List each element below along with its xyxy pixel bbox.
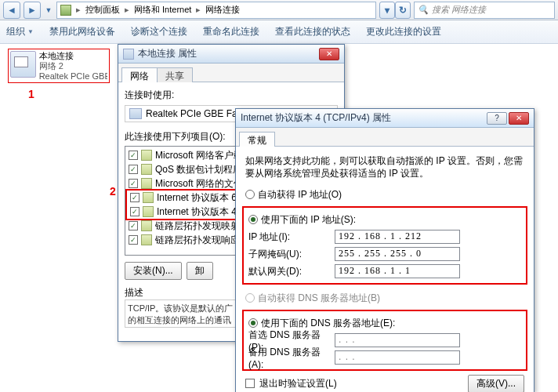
advanced-button[interactable]: 高级(V)... <box>468 375 524 393</box>
tab-sharing[interactable]: 共享 <box>157 67 193 82</box>
cmd-change[interactable]: 更改此连接的设置 <box>366 25 441 38</box>
subnet-mask-label: 子网掩码(U): <box>248 248 335 261</box>
subnet-mask-field[interactable]: 255 . 255 . 255 . 0 <box>335 247 460 261</box>
search-placeholder: 搜索 网络连接 <box>432 4 486 16</box>
manual-ip-label: 使用下面的 IP 地址(S): <box>261 213 356 227</box>
annotation-1: 1 <box>28 88 34 100</box>
crumb-net-connections[interactable]: 网络连接 <box>205 4 240 16</box>
cmd-diagnose[interactable]: 诊断这个连接 <box>131 25 187 38</box>
dialog2-title: Internet 协议版本 4 (TCP/IPv4) 属性 <box>241 111 391 125</box>
auto-ip-label: 自动获得 IP 地址(O) <box>258 188 342 201</box>
cmd-organize[interactable]: 组织▼ <box>6 25 34 38</box>
ip-address-label: IP 地址(I): <box>248 230 335 244</box>
checkbox-validate-on-exit[interactable] <box>245 379 255 388</box>
refresh-button[interactable]: ↻ <box>395 2 411 19</box>
tab-general[interactable]: 常规 <box>239 132 275 147</box>
auto-dns-label: 自动获得 DNS 服务器地址(B) <box>258 292 380 305</box>
adapter-network: 网络 2 <box>39 61 107 71</box>
gateway-field[interactable]: 192 . 168 . 1 . 1 <box>335 264 460 278</box>
uninstall-button[interactable]: 卸 <box>187 262 213 280</box>
refresh-dropdown[interactable]: ▾ <box>379 2 395 19</box>
nic-small-icon <box>129 108 142 119</box>
adapter-name: 本地连接 <box>39 51 107 61</box>
history-dropdown[interactable]: ▼ <box>44 2 53 19</box>
radio-manual-ip[interactable] <box>248 215 258 224</box>
annotation-2: 2 <box>110 185 116 198</box>
forward-button[interactable]: ► <box>24 2 41 19</box>
search-icon: 🔍 <box>418 5 429 15</box>
radio-auto-dns <box>245 293 255 303</box>
cmd-rename[interactable]: 重命名此连接 <box>203 25 259 38</box>
crumb-control-panel[interactable]: 控制面板 <box>85 4 120 16</box>
control-panel-icon <box>60 5 71 16</box>
dialog1-title: 本地连接 属性 <box>138 47 197 60</box>
close-button[interactable]: ✕ <box>509 112 529 125</box>
dns1-field[interactable]: . . . <box>335 333 460 347</box>
ipv4-description: 如果网络支持此功能，则可以获取自动指派的 IP 设置。否则，您需要从网络系统管理… <box>245 154 524 180</box>
tab-network[interactable]: 网络 <box>121 67 158 82</box>
radio-manual-dns[interactable] <box>248 318 258 328</box>
dns2-label: 备用 DNS 服务器(A): <box>248 346 335 370</box>
adapter-icon <box>10 51 36 78</box>
nic-icon <box>123 49 134 60</box>
cmd-disable[interactable]: 禁用此网络设备 <box>49 25 115 38</box>
search-input[interactable]: 🔍 搜索 网络连接 <box>414 2 555 19</box>
install-button[interactable]: 安装(N)... <box>125 262 182 280</box>
connect-using-label: 连接时使用: <box>125 89 338 102</box>
ip-address-field[interactable]: 192 . 168 . 1 . 212 <box>335 230 460 244</box>
back-button[interactable]: ◄ <box>3 2 20 19</box>
radio-auto-ip[interactable] <box>245 190 255 199</box>
adapter-device: Realtek PCIe GBE <box>39 71 107 81</box>
gateway-label: 默认网关(D): <box>248 265 335 278</box>
help-button[interactable]: ? <box>487 112 507 125</box>
address-bar[interactable]: ▸ 控制面板 ▸ 网络和 Internet ▸ 网络连接 <box>56 2 376 19</box>
cmd-status[interactable]: 查看此连接的状态 <box>275 25 350 38</box>
dialog-ipv4-properties: Internet 协议版本 4 (TCP/IPv4) 属性 ? ✕ 常规 如果网… <box>235 108 534 392</box>
adapter-item[interactable]: 本地连接 网络 2 Realtek PCIe GBE <box>8 49 110 83</box>
crumb-net-internet[interactable]: 网络和 Internet <box>134 4 191 16</box>
close-button[interactable]: ✕ <box>319 48 339 60</box>
dns2-field[interactable]: . . . <box>335 350 460 365</box>
validate-exit-label: 退出时验证设置(L) <box>259 377 337 390</box>
